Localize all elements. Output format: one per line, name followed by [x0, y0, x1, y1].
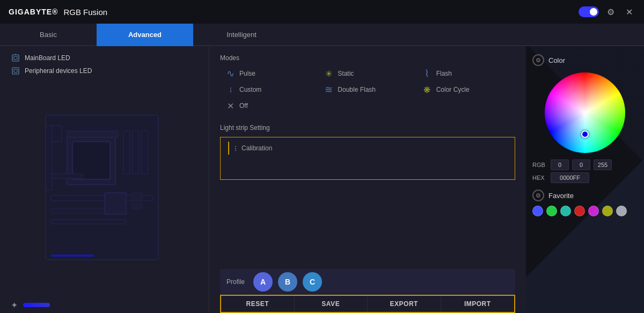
fav-color-4[interactable]	[574, 206, 585, 216]
svg-rect-16	[51, 126, 62, 142]
hex-label: HEX	[532, 174, 547, 181]
tab-intelligent[interactable]: Intelligent	[193, 24, 290, 46]
svg-rect-18	[67, 131, 118, 137]
close-button[interactable]: ✕	[623, 5, 635, 18]
svg-rect-20	[131, 203, 142, 209]
svg-rect-3	[12, 68, 19, 74]
favorite-text: Favorite	[548, 192, 574, 200]
colorcycle-label: Color Cycle	[436, 86, 470, 93]
lightstrip-label: Light strip Setting	[220, 124, 515, 132]
hex-row: HEX	[532, 172, 638, 183]
fav-color-1[interactable]	[532, 206, 543, 216]
tab-basic[interactable]: Basic	[0, 24, 97, 46]
export-button[interactable]: EXPORT	[368, 296, 441, 312]
favorite-gear-icon: ⚙	[532, 190, 544, 201]
fav-color-3[interactable]	[560, 206, 571, 216]
lightstrip-section: Light strip Setting ⫶ Calibration	[220, 124, 515, 180]
svg-rect-14	[105, 193, 126, 214]
device-peripheral[interactable]: Peripheral devices LED	[11, 64, 198, 77]
color-label: Color	[548, 56, 565, 64]
calibration-item[interactable]: ⫶ Calibration	[228, 142, 508, 155]
svg-rect-8	[123, 131, 130, 174]
profile-badge-a[interactable]: A	[253, 272, 273, 292]
profile-badge-c[interactable]: C	[303, 272, 322, 292]
calibration-area: ⫶ Calibration	[220, 137, 515, 180]
main-content: MainBoard LED Peripheral devices LED	[0, 46, 644, 313]
mode-colorcycle[interactable]: ❋ Color Cycle	[417, 83, 515, 96]
profile-badge-b[interactable]: B	[278, 272, 297, 292]
brand-appname: RGB Fusion	[63, 8, 107, 17]
hex-input[interactable]	[551, 172, 589, 183]
fav-color-7[interactable]	[616, 206, 627, 216]
svg-rect-10	[142, 131, 148, 174]
center-panel: Modes ∿ Pulse ✳ Static ⌇ Flash	[209, 46, 526, 313]
off-icon: ✕	[224, 101, 236, 110]
mode-off[interactable]: ✕ Off	[220, 99, 318, 112]
custom-icon: ⫶	[224, 85, 236, 94]
save-button[interactable]: SAVE	[295, 296, 368, 312]
rgb-r-input[interactable]	[551, 159, 569, 170]
action-buttons: RESET SAVE EXPORT IMPORT	[220, 295, 515, 313]
mode-flash[interactable]: ⌇ Flash	[417, 67, 515, 80]
peripheral-icon	[11, 66, 20, 76]
import-button[interactable]: IMPORT	[441, 296, 515, 312]
rgb-g-input[interactable]	[572, 159, 590, 170]
pulse-icon: ∿	[224, 69, 236, 78]
mode-doubleflash[interactable]: ≋ Double Flash	[318, 83, 416, 96]
mode-pulse[interactable]: ∿ Pulse	[220, 67, 318, 80]
modes-label: Modes	[220, 54, 515, 62]
profile-label: Profile	[226, 278, 245, 286]
modes-grid: ∿ Pulse ✳ Static ⌇ Flash ⫶ Custom	[220, 67, 515, 112]
title-bar: GIGABYTE® RGB Fusion ⚙ ✕	[0, 0, 644, 24]
svg-rect-1	[14, 56, 17, 60]
settings-button[interactable]: ⚙	[604, 5, 617, 18]
bottom-icons: ✦	[0, 297, 209, 313]
peripheral-label: Peripheral devices LED	[25, 67, 92, 75]
flash-label: Flash	[436, 70, 452, 77]
brand-gigabyte: GIGABYTE®	[9, 8, 58, 16]
profile-section: Profile A B C RESET SAVE EXPORT IMPORT	[220, 265, 515, 313]
svg-rect-15	[51, 174, 83, 178]
color-cursor	[581, 130, 589, 138]
profile-row: Profile A B C	[220, 269, 515, 295]
mode-static[interactable]: ✳ Static	[318, 67, 416, 80]
calibration-icon: ⫶	[233, 144, 237, 152]
modes-section: Modes ∿ Pulse ✳ Static ⌇ Flash	[220, 54, 515, 118]
device-mainboard[interactable]: MainBoard LED	[11, 52, 198, 64]
rgb-label: RGB	[532, 162, 547, 168]
svg-rect-4	[14, 69, 17, 72]
color-wheel-container[interactable]	[545, 72, 625, 153]
doubleflash-icon: ≋	[323, 85, 334, 94]
static-label: Static	[338, 70, 354, 77]
reset-button[interactable]: RESET	[221, 296, 295, 312]
color-wheel[interactable]	[545, 72, 625, 153]
mainboard-icon	[11, 53, 20, 63]
rgb-row: RGB	[532, 159, 638, 170]
brand: GIGABYTE® RGB Fusion	[9, 8, 107, 17]
svg-rect-9	[133, 131, 139, 174]
color-gear-icon: ⚙	[532, 54, 544, 66]
device-list: MainBoard LED Peripheral devices LED	[0, 52, 209, 77]
mode-custom[interactable]: ⫶ Custom	[220, 83, 318, 96]
pulse-label: Pulse	[239, 70, 255, 77]
fav-color-5[interactable]	[588, 206, 599, 216]
svg-rect-21	[46, 126, 52, 190]
favorite-section: ⚙ Favorite	[532, 190, 638, 216]
custom-label: Custom	[239, 86, 261, 93]
power-toggle[interactable]	[579, 6, 599, 17]
svg-rect-17	[51, 254, 94, 257]
colorcycle-icon: ❋	[421, 85, 433, 94]
fav-color-6[interactable]	[602, 206, 613, 216]
fav-color-2[interactable]	[546, 206, 557, 216]
title-controls: ⚙ ✕	[579, 5, 635, 18]
led-strip	[23, 303, 50, 307]
svg-rect-0	[12, 55, 19, 61]
color-section: ⚙ Color	[532, 54, 638, 66]
doubleflash-label: Double Flash	[338, 86, 376, 93]
tab-advanced[interactable]: Advanced	[97, 24, 193, 46]
svg-rect-13	[51, 220, 126, 224]
svg-rect-19	[131, 193, 142, 201]
rgb-b-input[interactable]	[594, 159, 612, 170]
calibration-label: Calibration	[241, 144, 272, 152]
flash-icon: ⌇	[421, 69, 433, 78]
